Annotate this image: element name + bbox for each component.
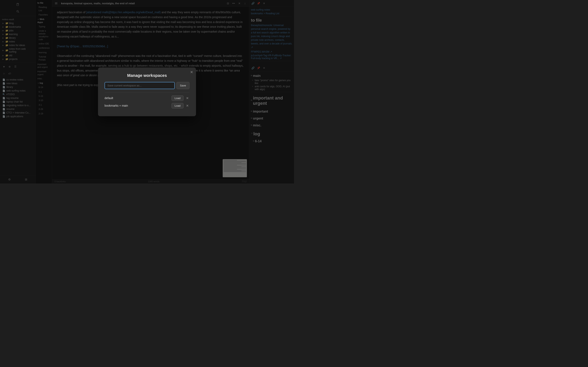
- workspace-name-bookmarks-main: bookmarks + main: [104, 104, 170, 107]
- workspace-load-default-button[interactable]: Load: [172, 95, 183, 101]
- modal-title: Manage workspaces: [104, 73, 190, 78]
- workspace-delete-bookmarks-main-button[interactable]: ✕: [185, 103, 190, 108]
- modal-input-row: Save: [104, 82, 190, 89]
- workspace-delete-default-button[interactable]: ✕: [185, 96, 190, 100]
- workspace-name-default: default: [104, 96, 170, 100]
- app-container: notes-vault ▶ 📁 blog ▶ 📁 bookmarks ▶ 📁 j…: [0, 0, 294, 184]
- workspace-row-bookmarks-main: bookmarks + main Load ✕: [104, 103, 190, 108]
- workspace-name-input[interactable]: [104, 82, 175, 89]
- modal-close-button[interactable]: ✕: [190, 70, 193, 75]
- manage-workspaces-modal: Manage workspaces Save default Load ✕ bo…: [98, 67, 196, 116]
- workspace-row-default: default Load ✕: [104, 95, 190, 101]
- workspace-save-button[interactable]: Save: [176, 82, 190, 89]
- workspace-load-bookmarks-main-button[interactable]: Load: [172, 103, 183, 108]
- modal-wrapper: Manage workspaces Save default Load ✕ bo…: [98, 67, 196, 116]
- modal-overlay[interactable]: Manage workspaces Save default Load ✕ bo…: [0, 0, 294, 184]
